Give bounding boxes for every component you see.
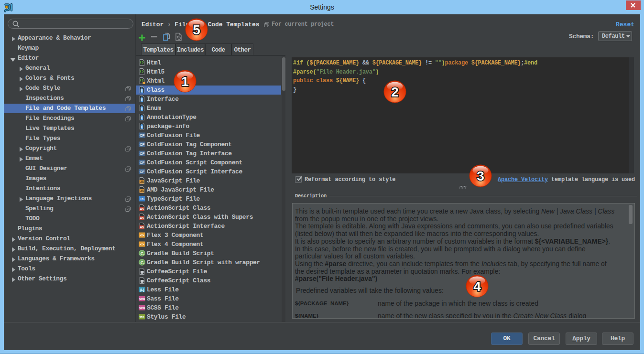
svg-text:<>: <> bbox=[140, 233, 144, 237]
svg-text:CF: CF bbox=[140, 151, 144, 156]
svg-text:STYL: STYL bbox=[139, 315, 145, 318]
svg-text:1: 1 bbox=[181, 74, 189, 89]
svg-text:G: G bbox=[141, 260, 144, 265]
svg-text:JS: JS bbox=[140, 180, 144, 183]
svg-text:SASS: SASS bbox=[139, 297, 145, 300]
svg-text:AS: AS bbox=[140, 207, 144, 211]
svg-text:SASS: SASS bbox=[139, 306, 145, 309]
svg-text:CF: CF bbox=[140, 142, 144, 147]
svg-text:AS: AS bbox=[140, 225, 144, 229]
svg-text:CF: CF bbox=[140, 170, 144, 174]
svg-text:JS: JS bbox=[140, 189, 144, 193]
svg-text:CF: CF bbox=[140, 133, 144, 138]
svg-text:2: 2 bbox=[391, 85, 399, 99]
svg-text:4: 4 bbox=[473, 279, 481, 294]
svg-text:G: G bbox=[141, 251, 144, 256]
svg-text:AS: AS bbox=[140, 216, 144, 220]
svg-text:CF: CF bbox=[140, 161, 144, 165]
svg-text:<>: <> bbox=[140, 242, 144, 247]
svg-text:5: 5 bbox=[193, 22, 200, 37]
svg-text:3: 3 bbox=[477, 169, 484, 183]
svg-text:TS: TS bbox=[140, 197, 144, 201]
svg-text:{L}: {L} bbox=[140, 288, 144, 292]
